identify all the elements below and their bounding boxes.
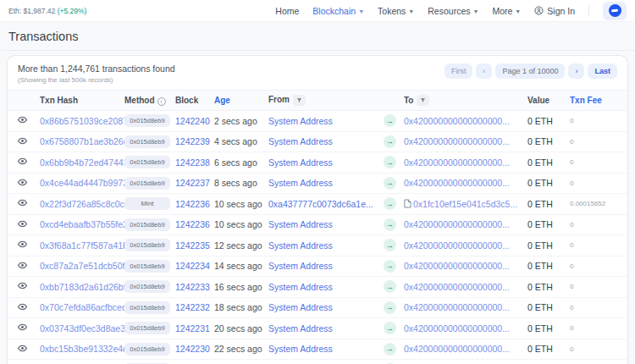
- block-link[interactable]: 1242231: [175, 323, 210, 334]
- eth-price-change: (+5.29%): [58, 7, 87, 15]
- first-page-button[interactable]: First: [444, 63, 473, 79]
- transactions-card: More than 1,244,761 transactions found (…: [7, 55, 628, 364]
- preview-eye-button[interactable]: [18, 281, 27, 290]
- info-icon[interactable]: i: [157, 97, 166, 106]
- header-txn-fee-toggle[interactable]: Txn Fee: [570, 96, 617, 105]
- from-address-link[interactable]: 0xa437777c0073dc6a1e...: [268, 199, 373, 209]
- header-to: To: [404, 95, 527, 106]
- method-badge[interactable]: 0x015d8eb9: [124, 280, 170, 293]
- txn-fee-text: 0: [570, 304, 617, 312]
- to-address-link[interactable]: 0x420000000000000000...: [404, 282, 510, 292]
- from-address-link[interactable]: System Address: [268, 219, 333, 229]
- prev-page-button[interactable]: ‹: [476, 63, 492, 79]
- block-link[interactable]: 1242238: [175, 157, 210, 168]
- method-badge[interactable]: 0x015d8eb9: [124, 114, 170, 127]
- method-badge[interactable]: 0x015d8eb9: [124, 343, 170, 356]
- nav-item-home[interactable]: Home: [275, 6, 299, 16]
- to-address-link[interactable]: 0x420000000000000000...: [404, 240, 510, 251]
- method-badge[interactable]: 0x015d8eb9: [124, 218, 170, 231]
- to-address-link[interactable]: 0x420000000000000000...: [404, 136, 510, 146]
- method-badge[interactable]: Mint: [124, 197, 170, 210]
- nav-item-tokens[interactable]: Tokens ▼: [378, 6, 414, 16]
- header-age-toggle[interactable]: Age: [214, 96, 268, 105]
- block-link[interactable]: 1242236: [175, 199, 210, 209]
- method-badge[interactable]: 0x015d8eb9: [124, 177, 170, 190]
- method-badge[interactable]: 0x015d8eb9: [124, 156, 170, 168]
- preview-eye-button[interactable]: [18, 178, 27, 187]
- to-address-link[interactable]: 0x420000000000000000...: [404, 178, 510, 188]
- from-address-link[interactable]: System Address: [268, 240, 333, 251]
- txn-hash-link[interactable]: 0x22f3d726a85c8c0c415...: [40, 199, 124, 209]
- nav-item-blockchain[interactable]: Blockchain ▼: [312, 6, 364, 16]
- next-page-button[interactable]: ›: [568, 63, 584, 79]
- block-link[interactable]: 1242236: [175, 219, 210, 229]
- txn-hash-link[interactable]: 0x6bb9b4b72ed47443a5...: [40, 157, 124, 168]
- from-address-link[interactable]: System Address: [268, 116, 333, 126]
- txn-hash-link[interactable]: 0x6758807b1ae3b26da6...: [40, 136, 124, 146]
- preview-eye-button[interactable]: [18, 219, 27, 229]
- to-address-link[interactable]: 0x420000000000000000...: [404, 219, 510, 229]
- to-filter-button[interactable]: [417, 95, 429, 106]
- preview-eye-button[interactable]: [18, 136, 27, 146]
- preview-eye-button[interactable]: [18, 261, 27, 270]
- nav-item-resources[interactable]: Resources ▼: [428, 6, 478, 16]
- network-selector-button[interactable]: [603, 2, 627, 20]
- value-text: 0 ETH: [527, 178, 570, 188]
- block-link[interactable]: 1242237: [175, 178, 210, 188]
- from-address-link[interactable]: System Address: [268, 178, 333, 188]
- preview-eye-button[interactable]: [18, 115, 27, 124]
- age-text: 14 secs ago: [214, 261, 268, 271]
- preview-eye-button[interactable]: [18, 302, 27, 312]
- txn-hash-link[interactable]: 0x4ce44ad4447b99738c...: [40, 178, 124, 188]
- block-link[interactable]: 1242234: [175, 261, 210, 271]
- block-link[interactable]: 1242235: [175, 240, 210, 251]
- age-text: 4 secs ago: [214, 136, 268, 146]
- txn-hash-link[interactable]: 0xbb7183d2a61d26bff32...: [40, 282, 124, 292]
- method-badge[interactable]: 0x015d8eb9: [124, 239, 170, 251]
- txn-hash-link[interactable]: 0xc87a2a7e51dcb50f1f2...: [40, 261, 124, 271]
- to-address-link[interactable]: 0x1fc10ef15e041c5d3c5...: [413, 199, 517, 209]
- block-link[interactable]: 1242240: [175, 116, 210, 126]
- eth-price[interactable]: Eth: $1,987.42 (+5.29%): [8, 7, 86, 15]
- to-address-link[interactable]: 0x420000000000000000...: [404, 261, 510, 271]
- last-page-button[interactable]: Last: [588, 63, 617, 79]
- from-address-link[interactable]: System Address: [268, 302, 333, 312]
- method-badge[interactable]: 0x015d8eb9: [124, 135, 170, 148]
- block-link[interactable]: 1242232: [175, 302, 210, 312]
- to-address-link[interactable]: 0x420000000000000000...: [404, 302, 510, 312]
- preview-eye-button[interactable]: [18, 198, 27, 207]
- txn-fee-text: 0: [570, 241, 617, 249]
- from-address-link[interactable]: System Address: [268, 136, 333, 146]
- age-text: 16 secs ago: [214, 282, 268, 292]
- to-address-link[interactable]: 0x420000000000000000...: [404, 157, 510, 168]
- preview-eye-button[interactable]: [18, 344, 27, 353]
- sign-in-button[interactable]: Sign In: [534, 6, 575, 16]
- nav-item-more[interactable]: More ▼: [492, 6, 521, 16]
- block-link[interactable]: 1242230: [175, 344, 210, 354]
- from-address-link[interactable]: System Address: [268, 344, 333, 354]
- to-address-link[interactable]: 0x420000000000000000...: [404, 323, 510, 334]
- to-address-link[interactable]: 0x420000000000000000...: [404, 344, 510, 354]
- block-link[interactable]: 1242233: [175, 282, 210, 292]
- from-address-link[interactable]: System Address: [268, 323, 333, 334]
- table-row: 0x03743df0ec3d8ae33c1... 0x015d8eb9 1242…: [8, 318, 627, 339]
- from-address-link[interactable]: System Address: [268, 282, 333, 292]
- method-badge[interactable]: 0x015d8eb9: [124, 322, 170, 334]
- from-address-link[interactable]: System Address: [268, 261, 333, 271]
- preview-eye-button[interactable]: [18, 240, 27, 249]
- from-address-link[interactable]: System Address: [268, 157, 333, 168]
- txn-hash-link[interactable]: 0x03743df0ec3d8ae33c1...: [40, 323, 124, 334]
- method-badge[interactable]: 0x015d8eb9: [124, 260, 170, 273]
- txn-hash-link[interactable]: 0xbc15b3be91332e4d2e...: [40, 344, 124, 354]
- txn-hash-link[interactable]: 0x86b5751039ce2087e8...: [40, 116, 124, 126]
- to-address-link[interactable]: 0x420000000000000000...: [404, 116, 510, 126]
- method-badge[interactable]: 0x015d8eb9: [124, 301, 170, 314]
- txn-hash-link[interactable]: 0x3f68a1c77f587a41bae...: [40, 240, 124, 251]
- txn-hash-link[interactable]: 0x70c7efda86acfbcedf37...: [40, 302, 124, 312]
- preview-eye-button[interactable]: [18, 157, 27, 166]
- block-link[interactable]: 1242239: [175, 136, 210, 146]
- from-filter-button[interactable]: [293, 95, 306, 106]
- page-indicator: Page 1 of 10000: [495, 63, 565, 79]
- preview-eye-button[interactable]: [18, 323, 27, 332]
- txn-hash-link[interactable]: 0xcd4ebaafb37b55fe21a...: [40, 219, 124, 229]
